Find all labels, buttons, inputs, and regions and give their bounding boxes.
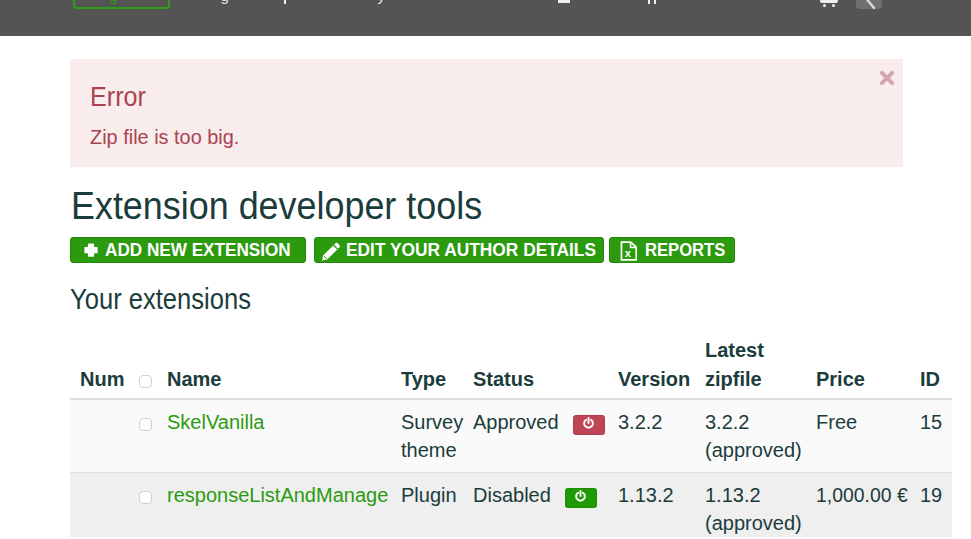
svg-text:x: x — [625, 247, 632, 259]
